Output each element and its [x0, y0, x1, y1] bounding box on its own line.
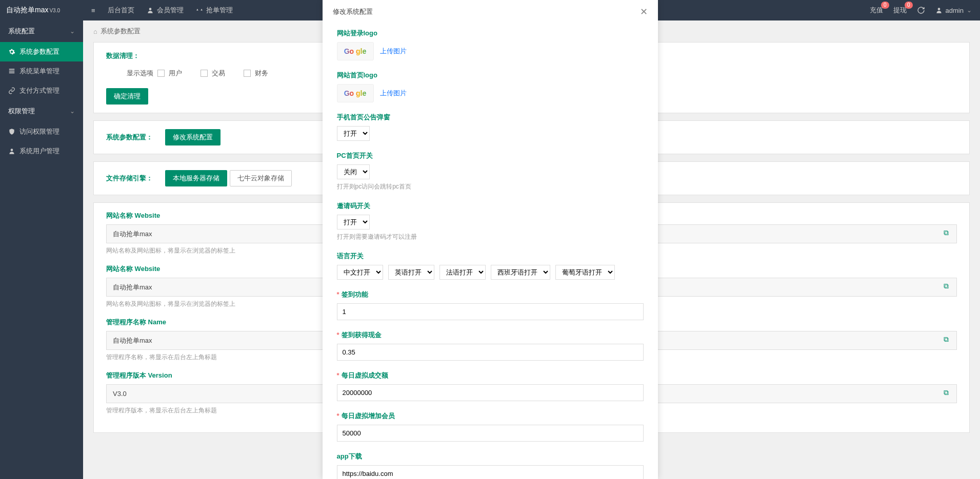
withdraw-link[interactable]: 提现 0 [893, 6, 907, 15]
svg-point-4 [149, 8, 151, 10]
local-storage-button[interactable]: 本地服务器存储 [165, 170, 227, 186]
chevron-down-icon: ⌄ [70, 28, 75, 35]
menu-group-system[interactable]: 系统配置 ⌄ [0, 20, 83, 42]
modal-title: 修改系统配置 [333, 7, 373, 16]
link-icon [8, 87, 15, 94]
confirm-clean-button[interactable]: 确定清理 [106, 88, 148, 105]
checkbox-trade[interactable] [201, 70, 208, 77]
shield-icon [8, 128, 15, 135]
login-logo-label: 网站登录logo [337, 29, 644, 38]
mobile-popup-label: 手机首页公告弹窗 [337, 113, 644, 122]
refresh-icon[interactable] [917, 6, 925, 14]
nav-members[interactable]: 会员管理 [147, 6, 184, 15]
copy-icon[interactable]: ⧉ [944, 335, 949, 344]
chevron-down-icon: ⌄ [967, 7, 972, 14]
login-logo-preview: Go gle [337, 42, 374, 60]
panel-title: 系统参数配置： [106, 133, 153, 141]
invite-label: 邀请码开关 [337, 201, 644, 211]
user-menu[interactable]: admin ⌄ [935, 7, 972, 14]
brand-version: V3.0 [49, 8, 60, 13]
sidebar-toggle[interactable]: ≡ [91, 7, 95, 14]
svg-point-3 [11, 149, 13, 151]
pc-switch-select[interactable]: 关闭 [337, 164, 370, 179]
upload-home-logo-link[interactable]: 上传图片 [380, 89, 407, 98]
lang-label: 语言开关 [337, 252, 644, 261]
checkbox-finance[interactable] [244, 70, 251, 77]
panel-title: 文件存储引擎： [106, 174, 153, 182]
nav-orders[interactable]: 抢单管理 [196, 6, 233, 15]
copy-icon[interactable]: ⧉ [944, 388, 949, 397]
menu-item-menus[interactable]: 系统菜单管理 [0, 61, 83, 81]
daily-vol-input[interactable] [337, 384, 644, 401]
home-icon[interactable]: ⌂ [93, 28, 97, 35]
user-icon [147, 7, 154, 14]
menu-item-access[interactable]: 访问权限管理 [0, 122, 83, 141]
options-label: 显示选项 [127, 69, 153, 78]
svg-rect-1 [9, 71, 15, 72]
qiniu-storage-button[interactable]: 七牛云对象存储 [230, 170, 292, 186]
svg-rect-2 [9, 72, 15, 73]
edit-config-button[interactable]: 修改系统配置 [165, 129, 221, 145]
daily-vol-label: *每日虚拟成交额 [337, 371, 644, 380]
copy-icon[interactable]: ⧉ [944, 282, 949, 290]
brand-logo: 自动抢单max V3.0 [0, 0, 83, 20]
recharge-badge: 0 [881, 2, 889, 9]
mobile-popup-select[interactable]: 打开 [337, 126, 370, 141]
svg-rect-0 [9, 69, 15, 70]
lang-pt-select[interactable]: 葡萄牙语打开 [555, 265, 615, 280]
daily-member-input[interactable] [337, 425, 644, 442]
edit-config-modal: 修改系统配置 ✕ 网站登录logo Go gle 上传图片 网站首页logo G… [323, 0, 658, 479]
close-icon[interactable]: ✕ [640, 6, 648, 17]
home-logo-label: 网站首页logo [337, 71, 644, 80]
invite-select[interactable]: 打开 [337, 215, 370, 230]
panel-title: 数据清理： [106, 52, 139, 59]
menu-item-payments[interactable]: 支付方式管理 [0, 81, 83, 100]
lang-fr-select[interactable]: 法语打开 [439, 265, 486, 280]
pc-switch-help: 打开则pc访问会跳转pc首页 [337, 182, 644, 191]
svg-point-5 [937, 8, 940, 10]
lang-es-select[interactable]: 西班牙语打开 [491, 265, 550, 280]
checkbox-user[interactable] [157, 70, 165, 77]
signin-input[interactable] [337, 303, 644, 320]
list-icon [8, 68, 15, 75]
app-dl-input[interactable] [337, 465, 644, 479]
menu-item-users[interactable]: 系统用户管理 [0, 141, 83, 161]
home-logo-preview: Go gle [337, 84, 374, 102]
menu-group-permission[interactable]: 权限管理 ⌄ [0, 100, 83, 122]
pc-switch-label: PC首页开关 [337, 151, 644, 160]
daily-member-label: *每日虚拟增加会员 [337, 411, 644, 421]
scale-icon [196, 7, 203, 14]
nav-home[interactable]: 后台首页 [108, 6, 134, 15]
sidebar: 自动抢单max V3.0 系统配置 ⌄ 系统参数配置 系统菜单管理 支付方式管理 [0, 0, 83, 479]
app-dl-label: app下载 [337, 452, 644, 461]
recharge-link[interactable]: 充值 0 [870, 6, 883, 15]
lang-zh-select[interactable]: 中文打开 [337, 265, 383, 280]
copy-icon[interactable]: ⧉ [944, 228, 949, 237]
chevron-down-icon: ⌄ [70, 108, 75, 115]
user-icon [935, 7, 943, 14]
withdraw-badge: 0 [905, 2, 913, 9]
signin-cash-input[interactable] [337, 344, 644, 361]
signin-cash-label: *签到获得现金 [337, 330, 644, 340]
brand-name: 自动抢单max [6, 6, 48, 15]
gear-icon [8, 48, 15, 55]
upload-login-logo-link[interactable]: 上传图片 [380, 47, 407, 56]
signin-label: *签到功能 [337, 290, 644, 299]
invite-help: 打开则需要邀请码才可以注册 [337, 233, 644, 241]
lang-en-select[interactable]: 英语打开 [388, 265, 434, 280]
user-icon [8, 148, 15, 155]
breadcrumb-current: 系统参数配置 [101, 27, 141, 36]
menu-item-params[interactable]: 系统参数配置 [0, 42, 83, 61]
